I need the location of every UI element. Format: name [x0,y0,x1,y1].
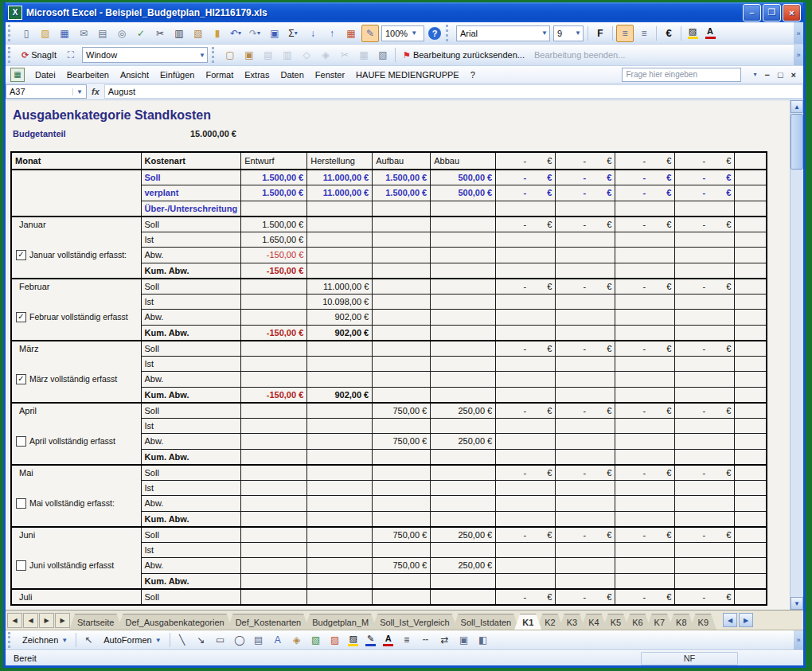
cell[interactable] [431,201,496,217]
cell[interactable] [431,589,496,605]
cell[interactable] [556,418,615,434]
row-label-cell[interactable]: Abw. [141,434,241,450]
cell[interactable] [307,480,373,496]
cell[interactable] [735,341,767,357]
cell[interactable]: 500,00 € [431,170,496,185]
cell[interactable] [373,418,431,434]
month-cell[interactable]: Februar✓Februar vollständig erfasst [11,279,141,341]
tab-last-icon[interactable]: ▶ [55,613,70,628]
tab-first-icon[interactable]: ◀ [7,613,22,628]
cell[interactable] [675,418,735,434]
cell[interactable] [735,387,767,403]
fill-color-icon[interactable]: ▨ [345,632,361,648]
cell[interactable] [431,248,496,263]
paste-icon[interactable]: ▧ [189,25,207,42]
cell[interactable]: -€ [556,217,615,232]
cell[interactable]: 1.650,00 € [241,232,307,248]
cell[interactable] [735,185,767,201]
copy-icon[interactable]: ▥ [170,25,188,42]
cell[interactable]: -€ [556,527,615,543]
cell[interactable] [307,356,373,372]
hyperlink-icon[interactable]: ▣ [266,25,283,42]
sheet-tab-k8[interactable]: K8 [668,614,694,630]
cell[interactable] [241,527,307,543]
scrollbar-thumb[interactable] [791,114,803,170]
cell[interactable] [615,201,675,217]
cell[interactable] [615,480,675,496]
cell[interactable] [675,356,735,372]
mail-recipient-icon[interactable]: ▧ [374,46,392,64]
column-header[interactable]: -€ [675,152,735,170]
print-icon[interactable]: ▤ [94,25,111,42]
menu-einf-gen[interactable]: Einfügen [154,68,200,81]
row-label-cell[interactable]: Abw. [141,372,241,388]
cell[interactable] [431,325,496,341]
cell[interactable] [373,248,431,263]
cell[interactable] [373,201,431,217]
cell[interactable] [556,449,615,465]
cell[interactable]: -€ [496,465,556,481]
row-label-cell[interactable]: Ist [141,542,241,558]
cell[interactable] [615,434,675,450]
cell[interactable] [307,403,373,419]
open-icon[interactable]: ▨ [37,25,54,42]
cell[interactable] [373,465,431,481]
cell[interactable] [675,263,735,279]
cell[interactable] [615,496,675,512]
budget-value[interactable]: 15.000,00 € [133,129,236,138]
cell[interactable] [556,542,615,558]
cell[interactable]: -€ [675,170,735,185]
checkbox-icon[interactable] [16,560,26,571]
cell[interactable]: -150,00 € [241,248,307,263]
sheet-tab-def_kostenarten[interactable]: Def_Kostenarten [228,614,310,630]
cell[interactable] [241,511,307,527]
row-label-cell[interactable]: Soll [141,341,241,357]
cell[interactable] [307,496,373,512]
cell[interactable]: -€ [615,527,675,543]
cell[interactable] [496,372,556,388]
cell[interactable] [615,232,675,248]
cell[interactable] [735,356,767,372]
cell[interactable] [615,558,675,574]
cell[interactable] [615,387,675,403]
edit-comment-icon[interactable]: ▣ [240,46,258,64]
cell[interactable]: 250,00 € [431,403,496,419]
cell[interactable] [675,232,735,248]
month-checkbox-row[interactable]: Mai vollständig erfasst: [16,498,115,509]
row-label-cell[interactable]: Abw. [141,310,241,326]
cell[interactable] [615,310,675,326]
cell[interactable] [735,434,767,450]
cell[interactable] [373,511,431,527]
cell[interactable] [735,372,767,388]
menu-?[interactable]: ? [465,68,481,81]
cell[interactable] [431,372,496,388]
cell[interactable] [307,248,373,263]
cell[interactable] [735,589,767,605]
cell[interactable] [735,573,767,589]
chart-wizard-icon[interactable]: ▦ [342,25,360,42]
oval-icon[interactable]: ◯ [231,631,248,649]
cell[interactable] [307,573,373,589]
cell[interactable] [373,542,431,558]
cell[interactable] [735,542,767,558]
cell[interactable] [615,356,675,372]
cell[interactable]: 902,00 € [307,325,373,341]
checkbox-icon[interactable] [16,498,26,509]
cell[interactable] [373,217,431,232]
cell[interactable]: 10.098,00 € [307,294,373,310]
cell[interactable] [556,558,615,574]
cell[interactable]: -€ [675,217,735,232]
month-cell[interactable]: März✓März vollständig erfasst [11,341,141,403]
cell[interactable] [735,201,767,217]
cell[interactable] [373,372,431,388]
cell[interactable]: -€ [556,465,615,481]
insert-function-icon[interactable]: fx [92,87,100,96]
cell[interactable] [496,480,556,496]
cell[interactable]: -150,00 € [241,387,307,403]
cell[interactable] [431,279,496,295]
cell[interactable] [556,294,615,310]
menu-bearbeiten[interactable]: Bearbeiten [61,68,115,81]
threed-style-icon[interactable]: ◧ [474,631,492,649]
font-color-icon[interactable]: A [381,632,396,648]
align-center-icon[interactable]: ≡ [635,25,653,42]
